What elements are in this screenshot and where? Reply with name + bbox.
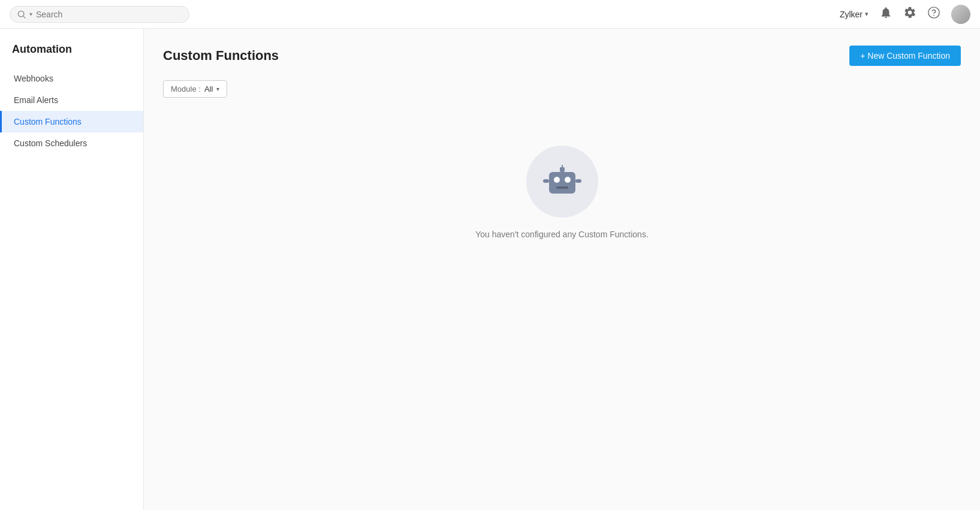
filter-bar: Module : All ▾ <box>163 80 961 98</box>
empty-icon-circle <box>526 146 598 218</box>
sidebar-title: Automation <box>0 43 143 68</box>
svg-rect-10 <box>543 179 549 183</box>
svg-rect-11 <box>575 179 581 183</box>
header-left: ▾ <box>10 6 189 23</box>
module-dropdown[interactable]: Module : All ▾ <box>163 80 227 98</box>
module-filter-label: Module : <box>171 85 201 93</box>
settings-icon[interactable] <box>903 6 916 22</box>
header-right: Zylker ▾ <box>840 5 970 24</box>
svg-rect-6 <box>565 177 571 183</box>
svg-rect-5 <box>554 177 560 183</box>
main-content: Custom Functions + New Custom Function M… <box>144 29 980 510</box>
sidebar-nav: Webhooks Email Alerts Custom Functions C… <box>0 68 143 154</box>
header: ▾ Zylker ▾ <box>0 0 980 29</box>
search-bar: ▾ <box>10 6 189 23</box>
search-icon <box>17 10 26 19</box>
svg-rect-7 <box>556 186 568 189</box>
svg-rect-9 <box>562 165 563 168</box>
page-title: Custom Functions <box>163 48 279 64</box>
user-menu[interactable]: Zylker ▾ <box>840 10 869 19</box>
svg-rect-4 <box>549 172 575 194</box>
module-dropdown-arrow-icon: ▾ <box>216 86 219 92</box>
notification-icon[interactable] <box>879 6 892 22</box>
help-icon[interactable] <box>927 6 940 22</box>
module-filter-value: All <box>204 85 213 93</box>
sidebar-item-webhooks[interactable]: Webhooks <box>0 68 143 89</box>
user-chevron-icon: ▾ <box>865 10 869 18</box>
new-custom-function-button[interactable]: + New Custom Function <box>849 46 961 66</box>
svg-line-1 <box>23 16 26 18</box>
page-header: Custom Functions + New Custom Function <box>163 46 961 66</box>
svg-point-3 <box>933 15 934 16</box>
user-name-label: Zylker <box>840 10 863 19</box>
search-input[interactable] <box>36 10 168 19</box>
sidebar-item-custom-schedulers[interactable]: Custom Schedulers <box>0 132 143 154</box>
search-dropdown-arrow[interactable]: ▾ <box>29 11 32 17</box>
avatar-image <box>951 5 970 24</box>
sidebar-item-custom-functions[interactable]: Custom Functions <box>0 111 143 132</box>
avatar[interactable] <box>951 5 970 24</box>
empty-state: You haven't configured any Custom Functi… <box>163 146 961 239</box>
sidebar: Automation Webhooks Email Alerts Custom … <box>0 29 144 510</box>
empty-state-message: You haven't configured any Custom Functi… <box>475 230 649 239</box>
svg-point-2 <box>928 7 939 18</box>
sidebar-item-email-alerts[interactable]: Email Alerts <box>0 89 143 111</box>
custom-functions-empty-icon <box>543 162 581 201</box>
layout: Automation Webhooks Email Alerts Custom … <box>0 29 980 510</box>
